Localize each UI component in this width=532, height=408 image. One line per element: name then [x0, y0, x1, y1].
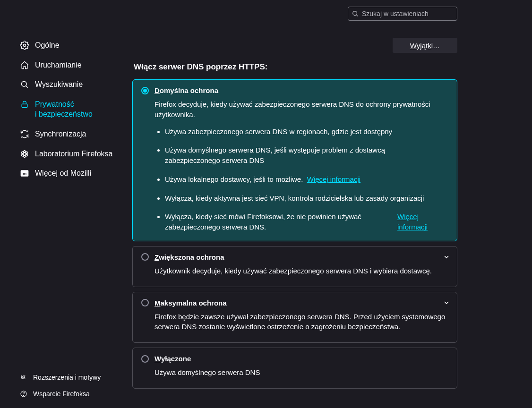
sync-icon [20, 129, 29, 139]
option-description: Używa domyślnego serwera DNS [154, 367, 448, 378]
option-description: Firefox będzie zawsze używał zabezpieczo… [154, 312, 448, 332]
list-item: Używa zabezpieczonego serwera DNS w regi… [165, 127, 448, 137]
learn-more-link[interactable]: Więcej informacji [307, 175, 360, 183]
list-item: Wyłącza, kiedy aktywna jest sieć VPN, ko… [165, 193, 448, 204]
sidebar-item-sync[interactable]: Synchronizacja [20, 124, 132, 144]
option-title: Zwiększona ochrona [154, 253, 224, 261]
help-icon [20, 390, 27, 398]
search-icon [352, 10, 359, 17]
sidebar-item-label: Prywatność i bezpieczeństwo [35, 99, 93, 119]
svg-point-0 [24, 44, 26, 47]
sidebar-item-label: Synchronizacja [35, 129, 86, 139]
gear-icon [20, 41, 29, 50]
sidebar-item-general[interactable]: Ogólne [20, 35, 132, 55]
svg-rect-2 [22, 104, 27, 108]
option-title: Maksymalna ochrona [154, 299, 227, 307]
sidebar-item-label: Ogólne [35, 40, 60, 51]
sidebar-item-support[interactable]: Wsparcie Firefoksa [20, 386, 132, 402]
sidebar-item-more-mozilla[interactable]: m Więcej od Mozilli [20, 163, 132, 183]
radio-off[interactable] [141, 355, 149, 363]
sidebar-item-label: Wyszukiwanie [35, 79, 83, 90]
sidebar-item-label: Więcej od Mozilli [35, 168, 91, 178]
puzzle-icon [20, 374, 27, 381]
sidebar-item-search[interactable]: Wyszukiwanie [20, 75, 132, 94]
flask-icon [20, 149, 29, 159]
lock-icon [20, 100, 29, 109]
list-item: Używa domyślnego serwera DNS, jeśli wyst… [165, 145, 448, 166]
option-increased-protection[interactable]: Zwiększona ochrona Użytkownik decyduje, … [132, 246, 457, 287]
option-title: Wyłączone [154, 355, 191, 363]
sidebar-item-startup[interactable]: Uruchamianie [20, 55, 132, 75]
mozilla-icon: m [20, 169, 29, 178]
option-description: Firefox decyduje, kiedy używać zabezpiec… [154, 99, 448, 120]
option-off[interactable]: Wyłączone Używa domyślnego serwera DNS [132, 348, 457, 389]
exceptions-button[interactable]: Wyjątki… [393, 38, 457, 53]
sidebar: Ogólne Uruchamianie Wyszukiwanie Prywatn… [0, 0, 132, 408]
chevron-down-icon[interactable] [443, 299, 450, 306]
section-title: Włącz serwer DNS poprzez HTTPS: [132, 62, 457, 72]
sidebar-item-label: Laboratorium Firefoksa [35, 149, 113, 159]
option-max-protection[interactable]: Maksymalna ochrona Firefox będzie zawsze… [132, 292, 457, 343]
learn-more-link[interactable]: Więcej informacji [397, 212, 435, 232]
radio-max[interactable] [141, 299, 149, 306]
svg-point-3 [23, 153, 26, 155]
sidebar-item-labs[interactable]: Laboratorium Firefoksa [20, 144, 132, 164]
sidebar-item-label: Uruchamianie [35, 60, 82, 70]
search-icon [20, 80, 29, 89]
option-description: Użytkownik decyduje, kiedy używać zabezp… [154, 266, 448, 276]
search-box[interactable] [348, 7, 457, 21]
home-icon [20, 60, 29, 70]
list-item: Wyłącza, kiedy sieć mówi Firefoksowi, że… [165, 212, 448, 232]
sidebar-item-label: Wsparcie Firefoksa [33, 390, 90, 399]
svg-text:m: m [23, 171, 26, 176]
option-title: Domyślna ochrona [154, 86, 218, 94]
chevron-down-icon[interactable] [443, 253, 450, 261]
main-content: Wyjątki… Włącz serwer DNS poprzez HTTPS:… [132, 0, 532, 408]
sidebar-item-extensions[interactable]: Rozszerzenia i motywy [20, 369, 132, 386]
svg-point-1 [21, 82, 26, 87]
sidebar-item-privacy[interactable]: Prywatność i bezpieczeństwo [20, 94, 132, 124]
option-default-protection[interactable]: Domyślna ochrona Firefox decyduje, kiedy… [132, 79, 457, 241]
sidebar-item-label: Rozszerzenia i motywy [33, 373, 101, 382]
list-item: Używa lokalnego dostawcy, jeśli to możli… [165, 174, 448, 185]
svg-point-10 [23, 395, 24, 396]
radio-increased[interactable] [141, 253, 149, 261]
search-input[interactable] [362, 10, 453, 17]
radio-default[interactable] [141, 87, 149, 94]
